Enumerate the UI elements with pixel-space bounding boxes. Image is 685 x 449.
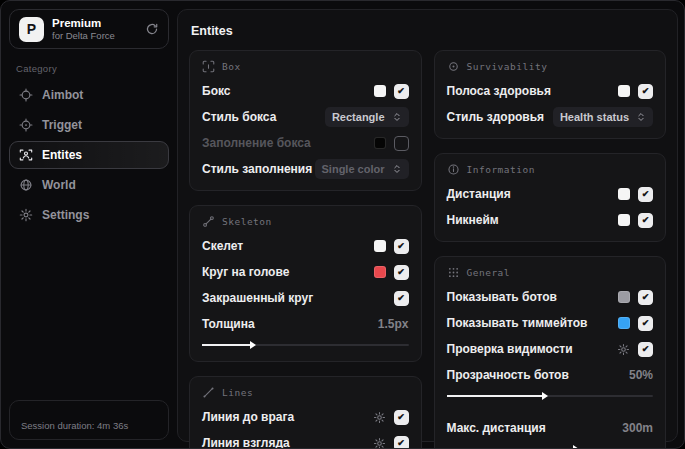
main-panel: Entites Box Бокс	[177, 9, 678, 442]
head-circle-checkbox[interactable]: ✔	[394, 265, 409, 280]
sidebar-item-trigget[interactable]: Trigget	[9, 111, 169, 139]
check-icon: ✔	[642, 216, 650, 225]
box-fill-checkbox[interactable]: ✔	[394, 136, 409, 151]
check-icon: ✔	[397, 268, 405, 277]
row-label: Закрашенный круг	[202, 291, 313, 305]
nickname-checkbox[interactable]: ✔	[638, 213, 653, 228]
color-swatch[interactable]	[618, 317, 630, 329]
section-survivability: Survivability Полоса здоровья ✔ Стиль зд…	[434, 50, 667, 139]
sidebar-item-aimbot[interactable]: Aimbot	[9, 81, 169, 109]
skeleton-checkbox[interactable]: ✔	[394, 239, 409, 254]
check-icon: ✔	[397, 439, 405, 448]
slider-thumb[interactable]	[250, 341, 256, 349]
row-health-style: Стиль здоровья Health status	[447, 107, 654, 127]
row-box: Бокс ✔	[202, 81, 409, 101]
sidebar-item-world[interactable]: World	[9, 171, 169, 199]
row-thickness: Толщина 1.5px	[202, 314, 409, 334]
gear-icon	[19, 208, 33, 222]
bot-opacity-slider[interactable]	[447, 392, 654, 401]
check-icon: ✔	[642, 345, 650, 354]
check-icon: ✔	[642, 87, 650, 96]
sidebar-item-entites[interactable]: Entites	[9, 141, 169, 169]
box-checkbox[interactable]: ✔	[394, 84, 409, 99]
row-label: Прозрачность ботов	[447, 368, 569, 382]
color-swatch[interactable]	[374, 240, 386, 252]
thickness-slider[interactable]	[202, 341, 409, 350]
pulse-target-icon	[447, 60, 460, 73]
enemy-line-checkbox[interactable]: ✔	[394, 410, 409, 425]
max-distance-slider[interactable]	[447, 445, 654, 449]
color-swatch[interactable]	[374, 85, 386, 97]
refresh-icon[interactable]	[145, 22, 159, 36]
check-icon: ✔	[397, 242, 405, 251]
section-title: Box	[222, 61, 241, 72]
show-bots-checkbox[interactable]: ✔	[638, 290, 653, 305]
sidebar-item-label: Settings	[42, 208, 89, 222]
section-survivability-header: Survivability	[447, 60, 654, 73]
line-icon	[202, 386, 215, 399]
sidebar-item-settings[interactable]: Settings	[9, 201, 169, 229]
distance-checkbox[interactable]: ✔	[638, 187, 653, 202]
box-style-dropdown[interactable]: Rectangle	[325, 107, 409, 127]
sidebar: P Premium for Delta Force Category Aimbo…	[1, 1, 177, 448]
color-swatch[interactable]	[618, 188, 630, 200]
chevrons-up-down-icon	[392, 164, 402, 174]
check-icon: ✔	[642, 319, 650, 328]
health-style-dropdown[interactable]: Health status	[553, 107, 653, 127]
color-swatch[interactable]	[618, 214, 630, 226]
show-teammates-checkbox[interactable]: ✔	[638, 316, 653, 331]
check-icon: ✔	[642, 293, 650, 302]
globe-icon	[19, 178, 33, 192]
row-show-teammates: Показывать тиммейтов ✔	[447, 313, 654, 333]
row-bot-opacity: Прозрачность ботов 50%	[447, 365, 654, 385]
section-general-header: General	[447, 266, 654, 279]
line-settings-gear-icon[interactable]	[373, 437, 386, 449]
session-duration-box: Session duration: 4m 36s	[9, 400, 169, 440]
view-line-checkbox[interactable]: ✔	[394, 436, 409, 449]
health-bar-checkbox[interactable]: ✔	[638, 84, 653, 99]
color-swatch[interactable]	[374, 137, 386, 149]
slider-thumb[interactable]	[542, 392, 548, 400]
dropdown-value: Health status	[560, 111, 629, 123]
trigger-icon	[19, 118, 33, 132]
color-swatch[interactable]	[618, 291, 630, 303]
row-label: Бокс	[202, 84, 230, 98]
row-label: Дистанция	[447, 187, 511, 201]
visibility-check-checkbox[interactable]: ✔	[638, 342, 653, 357]
grid-dots-icon	[447, 266, 460, 279]
row-box-fill: Заполнение бокса ✔	[202, 133, 409, 153]
row-visibility-check: Проверка видимости ✔	[447, 339, 654, 359]
slider-fill	[202, 344, 254, 346]
section-lines: Lines Линия до врага ✔	[189, 376, 422, 449]
row-label: Никнейм	[447, 213, 499, 227]
right-column: Survivability Полоса здоровья ✔ Стиль зд…	[434, 50, 667, 449]
row-show-bots: Показывать ботов ✔	[447, 287, 654, 307]
color-swatch[interactable]	[374, 266, 386, 278]
left-column: Box Бокс ✔ Стиль бокса Rectangle	[189, 50, 422, 449]
app-logo: P	[19, 17, 44, 42]
section-general: General Показывать ботов ✔ Показывать ти…	[434, 256, 667, 449]
row-fill-style: Стиль заполнения Single color	[202, 159, 409, 179]
section-information: Information Дистанция ✔ Никнейм ✔	[434, 153, 667, 242]
visibility-settings-gear-icon[interactable]	[617, 343, 630, 356]
section-lines-header: Lines	[202, 386, 409, 399]
content-columns: Box Бокс ✔ Стиль бокса Rectangle	[189, 50, 666, 449]
slider-fill	[447, 395, 546, 397]
sidebar-nav: Aimbot Trigget Entites	[9, 81, 169, 229]
color-swatch[interactable]	[618, 85, 630, 97]
thickness-value: 1.5px	[378, 317, 409, 331]
line-settings-gear-icon[interactable]	[373, 411, 386, 424]
row-view-line: Линия взгляда ✔	[202, 433, 409, 449]
section-information-header: Information	[447, 163, 654, 176]
bone-icon	[202, 215, 215, 228]
check-icon: ✔	[397, 87, 405, 96]
row-max-distance: Макс. дистанция 300m	[447, 418, 654, 438]
section-box: Box Бокс ✔ Стиль бокса Rectangle	[189, 50, 422, 191]
filled-circle-checkbox[interactable]: ✔	[394, 291, 409, 306]
sidebar-item-label: Entites	[42, 148, 82, 162]
brand-text: Premium for Delta Force	[52, 16, 115, 42]
category-label: Category	[16, 63, 169, 74]
slider-thumb[interactable]	[573, 445, 579, 449]
section-title: Lines	[222, 387, 253, 398]
fill-style-dropdown[interactable]: Single color	[315, 159, 409, 179]
